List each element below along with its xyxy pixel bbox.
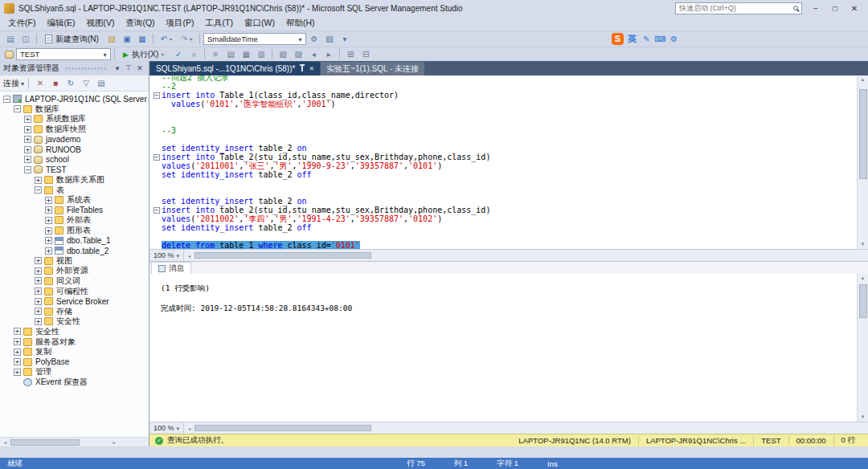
ime-keyboard-icon[interactable]: ⌨ [654, 33, 666, 46]
fold-collapse-icon[interactable]: − [154, 92, 160, 99]
comment-out-icon[interactable]: ▧ [276, 48, 290, 61]
tree-item[interactable]: +同义词 [0, 276, 149, 287]
insert-mode-indicator[interactable]: Ins [547, 459, 558, 468]
line-indicator[interactable]: 行 75 [407, 459, 425, 469]
tree-item[interactable]: −表 [0, 185, 149, 195]
tree-item[interactable]: +服务器对象 [0, 336, 149, 347]
chevron-down-icon[interactable] [177, 251, 180, 259]
scroll-up-icon[interactable] [861, 75, 866, 84]
connect-server-icon[interactable]: ▤ [3, 33, 18, 46]
expand-icon[interactable]: + [24, 136, 31, 143]
close-panel-icon[interactable]: ✕ [134, 64, 145, 72]
expand-icon[interactable]: + [14, 358, 21, 365]
code-editor[interactable]: --问题2 插入记录--2−insert into Table_1(class_… [149, 75, 857, 249]
execution-plan-icon[interactable]: ▧ [322, 33, 337, 46]
expand-icon[interactable]: + [14, 338, 21, 345]
results-to-text-icon[interactable]: ▤ [223, 48, 238, 61]
editor-vertical-scrollbar[interactable] [857, 75, 868, 249]
expand-icon[interactable]: + [35, 267, 42, 275]
collapse-icon[interactable]: − [24, 166, 31, 173]
scroll-left-icon[interactable] [185, 426, 194, 431]
menu-item[interactable]: 文件(F) [2, 18, 41, 29]
tree-item[interactable]: +图形表 [0, 226, 149, 236]
tree-item[interactable]: +数据库快照 [0, 124, 149, 135]
minimize-button[interactable]: − [806, 2, 825, 15]
expand-icon[interactable]: + [35, 177, 42, 184]
expand-icon[interactable]: + [35, 288, 42, 295]
close-button[interactable]: ✕ [845, 2, 864, 15]
quick-launch-box[interactable] [675, 2, 802, 14]
code-line[interactable]: delete from table_1 where class_id='0101… [152, 241, 857, 249]
cancel-query-icon[interactable]: ■ [186, 48, 201, 61]
expand-icon[interactable]: + [14, 369, 21, 376]
chevron-down-icon[interactable] [177, 424, 180, 432]
menu-item[interactable]: 项目(P) [161, 18, 200, 29]
stop-icon[interactable]: ■ [48, 77, 63, 90]
expand-icon[interactable]: + [35, 318, 42, 325]
tree-item[interactable]: +dbo.table_2 [0, 246, 149, 256]
menu-item[interactable]: 查询(Q) [120, 18, 160, 29]
toolbar-overflow-icon[interactable]: ▾ [338, 33, 352, 46]
code-line[interactable]: set identity_insert table_2 off [152, 223, 857, 232]
sqlcmd-mode-icon[interactable]: ≡ [208, 48, 223, 61]
scroll-left-icon[interactable] [1, 439, 10, 445]
expand-icon[interactable]: + [45, 237, 52, 244]
decrease-indent-icon[interactable]: ◂ [306, 48, 321, 61]
explorer-horizontal-scrollbar[interactable] [0, 437, 149, 447]
uncomment-icon[interactable]: ▨ [291, 48, 305, 61]
scrollbar-thumb[interactable] [10, 439, 80, 446]
menu-item[interactable]: 工具(T) [200, 18, 239, 29]
close-tab-icon[interactable]: ✕ [309, 65, 314, 72]
expand-icon[interactable]: + [24, 116, 31, 123]
connect-dropdown-icon[interactable] [21, 79, 24, 88]
code-line[interactable]: −insert into Table_2(stu_id,stu_name,stu… [152, 153, 857, 161]
redo-icon-dropdown[interactable]: ▾ [190, 36, 196, 42]
tree-item[interactable]: +系统数据库 [0, 114, 149, 124]
scroll-down-icon[interactable] [861, 413, 866, 422]
expand-icon[interactable]: + [35, 257, 42, 264]
scrollbar-thumb[interactable] [194, 252, 371, 259]
scroll-up-icon[interactable] [861, 274, 866, 283]
messages-vertical-scrollbar[interactable] [857, 274, 868, 422]
tab-messages[interactable]: 消息 [151, 262, 191, 274]
messages-zoom-control[interactable]: 100 % [149, 424, 183, 432]
results-to-file-icon[interactable]: ▥ [254, 48, 268, 61]
sogou-logo-icon[interactable]: S [612, 33, 624, 45]
save-all-icon[interactable]: ▦ [135, 33, 149, 46]
column-indicator[interactable]: 列 1 [454, 459, 468, 469]
disconnect-icon[interactable]: ✕ [33, 77, 47, 90]
fold-collapse-icon[interactable]: − [154, 154, 160, 161]
ime-toolbox-icon[interactable]: ⚙ [668, 33, 680, 46]
connect-button[interactable]: 连接 [3, 78, 19, 89]
code-line[interactable] [152, 188, 857, 197]
messages-content[interactable]: (1 行受影响) 完成时间: 2019-12-05T14:58:28.81643… [149, 274, 857, 422]
expand-icon[interactable]: + [14, 328, 21, 335]
tree-item[interactable]: +Service Broker [0, 296, 149, 307]
collapse-icon[interactable]: − [35, 186, 42, 194]
expand-icon[interactable]: + [24, 126, 31, 133]
tree-item[interactable]: +存储 [0, 306, 149, 316]
script-icon[interactable]: ▤ [94, 77, 108, 90]
code-line[interactable] [152, 117, 857, 126]
collapse-icon[interactable]: − [3, 96, 10, 103]
code-line[interactable]: set identity_insert table_2 on [152, 197, 857, 206]
menu-item[interactable]: 窗口(W) [239, 18, 280, 29]
window-menu-icon[interactable]: ▾ [112, 64, 123, 72]
expand-icon[interactable]: + [35, 308, 42, 315]
messages-horizontal-scrollbar[interactable] [183, 422, 868, 434]
expand-icon[interactable]: + [24, 156, 31, 163]
tree-item[interactable]: +复制 [0, 347, 149, 357]
tree-item[interactable]: +可编程性 [0, 286, 149, 296]
tree-item[interactable]: +RUNOOB [0, 145, 149, 155]
available-databases-combo[interactable]: TEST [16, 48, 111, 60]
new-query-button[interactable]: 新建查询(N) [40, 32, 104, 46]
query-options-icon[interactable]: ⊞ [343, 48, 358, 61]
tree-item[interactable]: +视图 [0, 256, 149, 267]
scroll-right-icon[interactable] [80, 439, 148, 445]
expand-icon[interactable]: + [45, 197, 52, 204]
tree-item[interactable]: +dbo.Table_1 [0, 235, 149, 246]
code-line[interactable] [152, 232, 857, 241]
editor-horizontal-scrollbar[interactable] [183, 250, 868, 261]
expand-icon[interactable]: + [45, 227, 52, 234]
ime-handwriting-icon[interactable]: ✎ [641, 33, 653, 46]
